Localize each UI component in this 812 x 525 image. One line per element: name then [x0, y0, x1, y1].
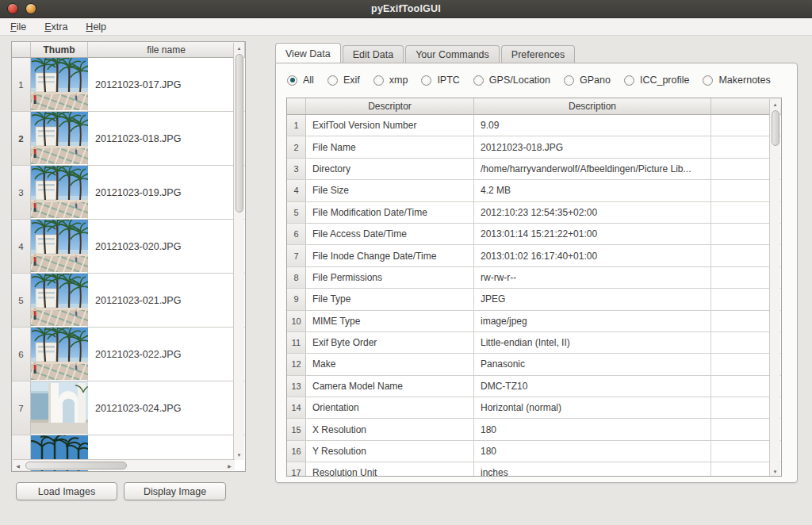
radio-makernotes[interactable]: Makernotes — [703, 75, 770, 86]
filename-label: 20121023-020.JPG — [88, 220, 245, 273]
description-cell: 180 — [474, 441, 711, 462]
descriptor-cell: File Inode Change Date/Time — [306, 245, 474, 266]
descriptor-cell: File Type — [306, 289, 474, 309]
metadata-filter-radios: All Exif xmp IPTC GPS/Location GPano ICC… — [287, 75, 784, 86]
description-cell: 20121023-018.JPG — [474, 136, 711, 157]
exif-row-4[interactable]: 4 File Size 4.2 MB — [287, 180, 781, 201]
exif-row-2[interactable]: 2 File Name 20121023-018.JPG — [287, 136, 781, 158]
column-header-thumb[interactable]: Thumb — [31, 42, 88, 57]
filename-label: 20121023-017.JPG — [88, 58, 245, 111]
exif-table-header: Descriptor Description — [287, 98, 781, 115]
tab-edit-data[interactable]: Edit Data — [343, 45, 404, 63]
menu-file[interactable]: File — [2, 20, 34, 34]
scrollbar-thumb[interactable] — [236, 54, 243, 213]
descriptor-cell: Y Resolution — [306, 441, 474, 462]
titlebar: pyExifToolGUI — [0, 0, 812, 18]
descriptor-cell: Camera Model Name — [306, 376, 474, 397]
descriptor-cell: File Modification Date/Time — [306, 202, 474, 223]
descriptor-cell: File Name — [306, 136, 474, 157]
image-list-horizontal-scrollbar[interactable]: ◀ ▶ — [13, 459, 235, 470]
description-cell: 4.2 MB — [474, 180, 711, 201]
thumbnail-beach-promenade-icon — [31, 112, 88, 165]
exif-row-8[interactable]: 8 File Permissions rw-rw-r-- — [287, 267, 781, 289]
menu-help[interactable]: Help — [78, 20, 114, 34]
exif-row-16[interactable]: 16 Y Resolution 180 — [287, 441, 781, 462]
column-header-descriptor[interactable]: Descriptor — [306, 98, 474, 114]
exif-row-3[interactable]: 3 Directory /home/harryvanderwolf/Afbeel… — [287, 159, 781, 180]
tab-view-data[interactable]: View Data — [275, 43, 341, 63]
tab-preferences[interactable]: Preferences — [501, 45, 575, 63]
exif-row-11[interactable]: 11 Exif Byte Order Little-endian (Intel,… — [287, 332, 781, 354]
image-row-3[interactable]: 3 20121023-019.JPG — [12, 166, 245, 220]
view-data-pane: All Exif xmp IPTC GPS/Location GPano ICC… — [275, 63, 798, 483]
description-cell: 2013:01:14 15:21:22+01:00 — [474, 224, 711, 244]
radio-gpano[interactable]: GPano — [564, 75, 611, 86]
exif-row-14[interactable]: 14 Orientation Horizontal (normal) — [287, 397, 781, 419]
scrollbar-thumb[interactable] — [772, 110, 779, 146]
filename-label: 20121023-018.JPG — [88, 112, 245, 165]
scroll-up-icon[interactable]: ▲ — [234, 44, 244, 52]
radio-icon — [703, 75, 713, 86]
exif-row-17[interactable]: 17 Resolution Unit inches — [287, 462, 781, 477]
filename-label: 20121023-022.JPG — [88, 328, 245, 381]
exif-row-5[interactable]: 5 File Modification Date/Time 2012:10:23… — [287, 202, 781, 224]
description-cell: 2012:10:23 12:54:35+02:00 — [474, 202, 711, 223]
radio-icc-profile[interactable]: ICC_profile — [624, 75, 690, 86]
exif-row-12[interactable]: 12 Make Panasonic — [287, 354, 781, 375]
descriptor-cell: Make — [306, 354, 474, 374]
radio-all[interactable]: All — [287, 75, 314, 86]
exif-row-13[interactable]: 13 Camera Model Name DMC-TZ10 — [287, 376, 781, 397]
exif-row-1[interactable]: 1 ExifTool Version Number 9.09 — [287, 115, 781, 136]
exif-row-6[interactable]: 6 File Access Date/Time 2013:01:14 15:21… — [287, 224, 781, 245]
menubar: File Extra Help — [0, 18, 812, 36]
descriptor-cell: MIME Type — [306, 311, 474, 331]
filename-label: 20121023-021.JPG — [88, 274, 245, 327]
close-window-icon[interactable] — [7, 3, 18, 14]
descriptor-cell: X Resolution — [306, 419, 474, 439]
menu-extra[interactable]: Extra — [36, 20, 75, 34]
tab-your-commands[interactable]: Your Commands — [405, 45, 500, 63]
description-cell: Horizontal (normal) — [474, 397, 711, 418]
radio-icon — [421, 75, 431, 86]
image-row-6[interactable]: 6 20121023-022.JPG — [12, 328, 245, 381]
radio-icon — [564, 75, 574, 86]
scroll-left-icon[interactable]: ◀ — [13, 461, 22, 471]
minimize-window-icon[interactable] — [25, 3, 36, 14]
description-cell: inches — [474, 462, 711, 477]
scroll-up-icon[interactable]: ▲ — [770, 100, 780, 109]
radio-iptc[interactable]: IPTC — [421, 75, 459, 86]
description-cell: DMC-TZ10 — [474, 376, 711, 397]
scroll-down-icon[interactable]: ▼ — [770, 467, 780, 476]
exif-row-7[interactable]: 7 File Inode Change Date/Time 2013:01:02… — [287, 245, 781, 266]
description-cell: rw-rw-r-- — [474, 267, 711, 288]
image-row-7[interactable]: 7 20121023-024.JPG — [12, 381, 245, 435]
descriptor-cell: File Size — [306, 180, 474, 201]
description-cell: Little-endian (Intel, II) — [474, 332, 711, 353]
image-row-5[interactable]: 5 20121023-021.JPG — [12, 274, 245, 328]
exif-row-15[interactable]: 15 X Resolution 180 — [287, 419, 781, 440]
description-cell: JPEG — [474, 289, 711, 309]
scroll-right-icon[interactable]: ▶ — [225, 461, 234, 471]
column-header-description[interactable]: Description — [474, 98, 711, 114]
description-cell: image/jpeg — [474, 311, 711, 331]
exif-row-10[interactable]: 10 MIME Type image/jpeg — [287, 311, 781, 332]
image-row-2-selected[interactable]: 2 20121023-018.JPG — [12, 112, 245, 166]
exif-table-vertical-scrollbar[interactable]: ▲ ▼ — [769, 99, 780, 477]
load-images-button[interactable]: Load Images — [16, 482, 117, 500]
radio-exif[interactable]: Exif — [327, 75, 360, 86]
scroll-down-icon[interactable]: ▼ — [234, 450, 244, 459]
description-cell: 180 — [474, 419, 711, 439]
exif-row-9[interactable]: 9 File Type JPEG — [287, 289, 781, 310]
radio-xmp[interactable]: xmp — [373, 75, 408, 86]
image-list-vertical-scrollbar[interactable]: ▲ ▼ — [233, 43, 244, 460]
descriptor-cell: Exif Byte Order — [306, 332, 474, 353]
image-row-1[interactable]: 1 20121023-017.JPG — [12, 58, 245, 112]
radio-icon — [327, 75, 338, 86]
display-image-button[interactable]: Display Image — [124, 482, 226, 500]
header-corner — [287, 98, 306, 114]
column-header-filename[interactable]: file name — [88, 42, 245, 57]
radio-gps-location[interactable]: GPS/Location — [473, 75, 550, 86]
image-row-4[interactable]: 4 20121023-020.JPG — [12, 220, 245, 274]
scrollbar-thumb[interactable] — [25, 462, 127, 469]
radio-icon — [373, 75, 384, 86]
